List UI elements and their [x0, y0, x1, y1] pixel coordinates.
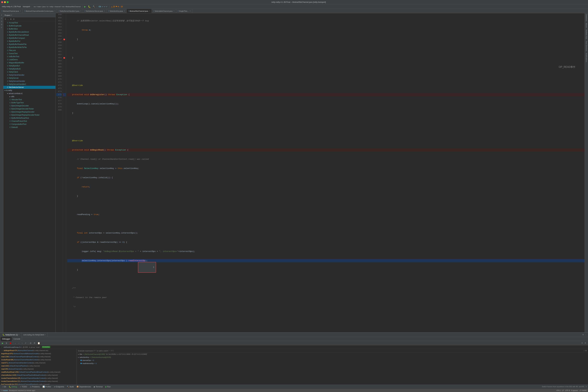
restservices-panel-btn[interactable]: Rest Services: [586, 40, 588, 52]
evaluate-btn[interactable]: ⚙: [29, 342, 32, 345]
structure-icon[interactable]: S: [0, 20, 3, 23]
subtab-debugger[interactable]: Debugger: [0, 337, 12, 341]
tab-abstractniochannel[interactable]: J AbstractNioChannel.java ×: [127, 9, 152, 13]
tree-item-nettyserver[interactable]: C NettyServer: [3, 76, 55, 80]
bottom-debug-btn[interactable]: 🐛 Debug: [8, 386, 18, 388]
switch-frames-close[interactable]: ×: [586, 386, 587, 388]
database-panel-btn[interactable]: Database: [586, 14, 588, 22]
tab-close-3[interactable]: ×: [80, 10, 81, 12]
tree-item-byte2replaydecodertester[interactable]: C Byte2IntegerReplayDecoderTester: [3, 114, 55, 116]
tab-close-5[interactable]: ×: [124, 10, 125, 12]
tree-item-channelfuturetest[interactable]: C ChannelFutureTest: [3, 120, 55, 123]
tree-folder-actualcombat[interactable]: ▾ actual.combat.e1: [3, 92, 55, 95]
tab-singlethread[interactable]: J SingleThre... ×: [176, 9, 192, 13]
pause-btn[interactable]: ⏸: [5, 342, 8, 345]
tree-item-bufferduplicate[interactable]: C BufferDuplicate: [3, 24, 55, 27]
tree-item-bytebufferreaderfile[interactable]: C ByteBufferReaderFile: [3, 43, 55, 46]
tree-item-allocatortest[interactable]: C AllocatorTest: [3, 98, 55, 101]
minimize-button[interactable]: [4, 1, 6, 3]
stack-frame-dobeginread[interactable]: → doBeginRead:474, AbstractNioChannel (i…: [0, 349, 77, 352]
stack-frame-readifisautoread[interactable]: readIfIsAutoRead:1450, DefaultChannelPip…: [0, 370, 77, 374]
debug-minimize-btn[interactable]: −: [585, 334, 587, 336]
notifications-panel-btn[interactable]: Notifications: [586, 52, 588, 63]
tree-item-dateutit[interactable]: C Dateutit: [3, 126, 55, 129]
tree-item-bufferslice[interactable]: C BufferSlice: [3, 27, 55, 30]
bottom-terminal-btn[interactable]: ▶ Terminal: [93, 386, 103, 388]
tree-item-leakdemo[interactable]: C LeakDemo: [3, 58, 55, 61]
debug-btn[interactable]: 🐛: [87, 5, 92, 8]
tree-item-byte2integer[interactable]: C Byte2IntegerDecoder: [3, 104, 55, 107]
maximize-button[interactable]: [7, 1, 8, 3]
project-toolbar-collapse[interactable]: ⊟: [12, 18, 15, 20]
bottom-endpoints-btn[interactable]: ⇌ Endpoints: [53, 386, 65, 388]
var-selectionkey[interactable]: ▸ selectionKey = {SelectionKeyImpl@2035}: [77, 356, 588, 359]
tree-item-accepttest[interactable]: C AcceptTest: [3, 21, 55, 24]
debug-tab-client[interactable]: com.tuling.nio.NettyClient ×: [21, 333, 48, 337]
tab-close-2[interactable]: ×: [54, 10, 55, 12]
tab-close-8[interactable]: ×: [190, 10, 191, 12]
step-into-btn[interactable]: →: [17, 342, 20, 345]
tree-item-bytebufferallocate[interactable]: C ByteBufferAllocateDirect: [3, 30, 55, 34]
commit-icon[interactable]: C: [0, 17, 3, 20]
tree-item-nettyserverhandler[interactable]: C NettyServerHandler: [3, 80, 55, 83]
tree-item-intbuffertest[interactable]: C IntBufferTest: [3, 55, 55, 58]
tab-nettyserverhandler2[interactable]: J NettyServerHandler2.java ×: [57, 9, 83, 13]
step-over-btn[interactable]: ↓: [14, 342, 16, 345]
tree-item-nioselectorserver[interactable]: C NioSelectorServer: [3, 86, 55, 89]
tree-item-bytebuffercompact[interactable]: C ByteBufferCompact: [3, 36, 55, 40]
debug-server-close[interactable]: ×: [18, 334, 19, 336]
stack-frame-invokechannelactive211[interactable]: invokeChannelActive:211, AbstractChannel…: [0, 380, 77, 383]
close-button[interactable]: [1, 1, 3, 3]
stack-frame-read1025[interactable]: read:1025, DefaultChannelPipeline (io.ne…: [0, 364, 77, 368]
tree-item-guesstest[interactable]: C GuessTest: [3, 52, 55, 55]
run-cursor-btn[interactable]: ↗: [24, 342, 27, 345]
tab-close-abstractchannel[interactable]: ×: [20, 10, 21, 12]
stack-frame-read671[interactable]: read:671, AbstractChannelHandlerContext …: [0, 361, 77, 364]
project-icon[interactable]: P: [0, 14, 3, 16]
add-watch-btn[interactable]: +: [584, 350, 585, 352]
var-this-expand[interactable]: ▸: [78, 353, 79, 355]
bottom-run-btn[interactable]: ▶ Run: [104, 386, 111, 388]
debug-client-close[interactable]: ×: [45, 334, 46, 336]
tab-nioselectorserver[interactable]: J NioSelectorServer.java ×: [83, 9, 107, 13]
stack-frame-beginread[interactable]: beginRead:878, AbstractChannel$AbstractU…: [0, 352, 77, 355]
code-container[interactable]: 449 450 451 452 453 454 455 456 457 458 …: [56, 13, 585, 332]
tab-abstractchannelhandler[interactable]: J AbstractChannelHandlerContext.java ×: [22, 9, 57, 13]
stack-frame-read1390[interactable]: read:1390, DefaultChannelPipeline$HeadCo…: [0, 355, 77, 358]
resume-btn[interactable]: ▶: [1, 342, 4, 345]
tab-abstractchannel[interactable]: J AbstractChannel.java ×: [0, 9, 22, 13]
bottom-todo-btn[interactable]: ✓ TODO: [19, 386, 28, 388]
tree-item-nettybytebuf[interactable]: C NettyByteBuf: [3, 64, 55, 67]
tree-item-byte2replaydecoder[interactable]: C Byte2IntegerReplayDecoder: [3, 110, 55, 114]
bottom-dependencies-btn[interactable]: 📦 Dependencies: [76, 386, 92, 388]
tree-item-compositebuftest[interactable]: C CompositeBufTest: [3, 123, 55, 126]
tree-item-bytebufferchannelread[interactable]: C ByteBufferChannelRead: [3, 34, 55, 36]
frames-btn[interactable]: 📋: [37, 342, 41, 345]
tab-close-4[interactable]: ×: [104, 10, 105, 12]
window-controls[interactable]: [1, 1, 8, 3]
tree-item-bytebufferput[interactable]: C ByteBufferPut: [3, 40, 55, 43]
stack-frame-read294[interactable]: read:294, AbstractChannel (io.netty.chan…: [0, 368, 77, 370]
project-toolbar-expand[interactable]: ⊞: [9, 18, 12, 20]
tree-item-bytebufferwritetofile[interactable]: C ByteBufferWriteToFile: [3, 46, 55, 49]
project-menu[interactable]: netty-netty-4.1.38.Final: [1, 5, 22, 8]
run-btn[interactable]: ▶: [83, 5, 87, 8]
tree-item-buffertypetest[interactable]: C BufferTypeTest: [3, 101, 55, 104]
filter-options-btn[interactable]: ⚙: [584, 342, 587, 344]
debug-settings-btn[interactable]: ⚙: [582, 334, 584, 336]
filter-btn[interactable]: ⬇: [581, 342, 584, 344]
bottom-build-btn[interactable]: 🔨 Build: [66, 386, 75, 388]
step-out-btn[interactable]: ↑: [21, 342, 23, 345]
tree-item-nettyclient[interactable]: C NettyClient: [3, 70, 55, 74]
project-dropdown[interactable]: ▾: [11, 14, 12, 16]
var-this[interactable]: ▸ this = {NioSocketChannel@1968} "id: 0x…: [77, 353, 588, 356]
var-readinterestop[interactable]: readInterestOp = 1: [77, 362, 588, 365]
tree-folder-ionetty[interactable]: ▾ io.netty: [3, 89, 55, 92]
build-btn[interactable]: 🔨: [92, 5, 96, 8]
var-selectionkey-expand[interactable]: ▸: [78, 356, 79, 358]
debug-tab-nettyserver[interactable]: 🐛 NettyServer (1) ×: [0, 333, 21, 337]
stack-frame-firechannelactive916[interactable]: fireChannelActive:916, AbstractChannelPi…: [0, 383, 77, 384]
transport-menu[interactable]: transport: [22, 5, 31, 8]
tree-item-nettyclienthandler[interactable]: C NettyClientHandler: [3, 74, 55, 76]
git-branch[interactable]: ⑃ master: [1, 390, 8, 392]
